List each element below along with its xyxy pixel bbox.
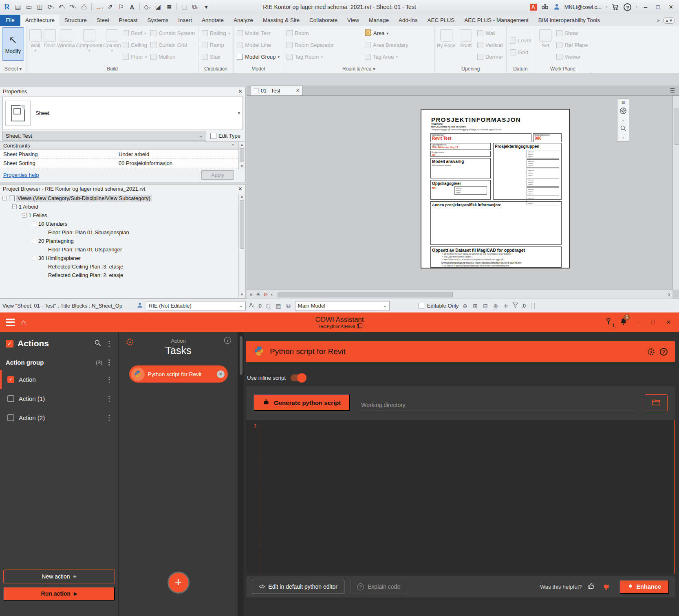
collapse-icon[interactable]: ^ — [232, 143, 234, 148]
aligned-dimension-icon[interactable]: ⇗ — [106, 3, 114, 11]
new-action-button[interactable]: New action+ — [3, 570, 115, 583]
shaft-button[interactable]: Shaft — [456, 27, 475, 49]
kebab-menu-icon[interactable]: ⋮ — [106, 414, 112, 422]
collapse-toggle-icon[interactable]: − — [32, 222, 36, 226]
collapse-toggle-icon[interactable]: − — [2, 196, 7, 200]
design-option-combobox[interactable]: Main Model ⌄ — [295, 301, 390, 310]
tab-annotate[interactable]: Annotate — [197, 15, 229, 26]
tree-node[interactable]: Reflected Ceiling Plan: 2. etasje — [0, 271, 245, 279]
tab-manage[interactable]: Manage — [364, 15, 394, 26]
scroll-left-icon[interactable]: ‹ — [271, 291, 272, 297]
type-selector[interactable]: Sheet ▾ — [2, 97, 243, 130]
editable-only-checkbox[interactable] — [419, 303, 424, 309]
chevron-down-icon[interactable]: ▾ — [635, 5, 637, 9]
tree-label[interactable]: Floor Plan: Plan 01 Utsparinger — [48, 246, 122, 253]
vertical-opening-button[interactable]: Vertical — [476, 39, 504, 51]
dormer-button[interactable]: Dormer — [476, 51, 504, 63]
connection-signal-icon[interactable]: 1 — [604, 317, 613, 327]
tree-label[interactable]: Floor Plan: Plan 01 Situasjonsplan — [48, 229, 129, 235]
tag-room-button[interactable]: Tag Room▾ — [285, 51, 363, 63]
type-combobox[interactable]: Sheet: Test ⌄ — [2, 131, 206, 141]
visual-style-icon[interactable]: ◐ — [250, 291, 253, 297]
kebab-menu-icon[interactable]: ⋮ — [106, 375, 112, 384]
close-button[interactable]: ✕ — [664, 319, 673, 326]
tree-node[interactable]: − 1 Arbeid — [0, 202, 245, 211]
customize-qat-icon[interactable]: ▾ — [203, 3, 210, 11]
view-tab-01-test[interactable]: 01 - Test ✕ — [251, 86, 303, 95]
run-action-button[interactable]: Run action▶ — [3, 587, 115, 601]
properties-help-link[interactable]: Properties help — [3, 172, 39, 178]
modify-button[interactable]: ↖ Modify — [2, 27, 24, 61]
model-line-button[interactable]: Model Line — [236, 39, 281, 51]
tag-area-button[interactable]: Tag Area▾ — [364, 51, 410, 63]
sidebar-item-action-2[interactable]: Action (2) ⋮ — [0, 408, 118, 427]
sun-settings-icon[interactable]: ☀ — [256, 291, 261, 297]
edit-type-button[interactable]: Edit Type — [208, 131, 243, 141]
horizontal-scroll-thumb[interactable] — [278, 292, 453, 297]
panel-label-select[interactable]: Select ▾ — [2, 66, 24, 73]
default-3d-view-icon[interactable]: ◇▾ — [143, 3, 151, 11]
area-boundary-button[interactable]: Area Boundary — [364, 39, 410, 51]
info-icon[interactable]: i — [224, 337, 231, 344]
tree-label[interactable]: Views (View Category/Sub-Discipline/View… — [16, 195, 152, 202]
section-icon[interactable]: ◪ — [154, 3, 162, 11]
tree-label[interactable]: 30 Himlingsplaner — [38, 255, 81, 261]
component-button[interactable]: Component▾ — [76, 27, 103, 53]
tab-bim-interoperability[interactable]: BIM Interoperability Tools — [534, 15, 605, 26]
tab-file[interactable]: File — [0, 15, 20, 26]
generate-script-button[interactable]: Generate python script — [254, 394, 350, 411]
restore-button[interactable]: □ — [649, 319, 657, 326]
explain-code-button[interactable]: ? Explain code — [350, 580, 407, 594]
notifications-bell-icon[interactable]: 6 — [619, 317, 628, 328]
window-button[interactable]: Window — [57, 27, 75, 49]
panel-scrollbar[interactable] — [238, 332, 244, 616]
maximize-button[interactable]: □ — [654, 4, 662, 10]
drag-elements-icon[interactable]: ✛ — [502, 303, 509, 309]
floor-button[interactable]: Floor▾ — [121, 51, 148, 63]
tab-aec-plus-management[interactable]: AEC PLUS - Management — [459, 15, 534, 26]
remove-task-icon[interactable]: ✕ — [217, 370, 225, 378]
code-area[interactable] — [260, 420, 674, 574]
tree-node[interactable]: − 20 Plantegning — [0, 237, 245, 245]
more-tabs-icon[interactable]: » — [657, 18, 660, 23]
save-icon[interactable]: ◫ — [36, 3, 44, 11]
select-by-face-icon[interactable]: ⊗ — [492, 303, 499, 309]
minimize-button[interactable]: – — [634, 319, 642, 326]
tab-view[interactable]: View — [342, 15, 364, 26]
vertical-scrollbar[interactable] — [672, 96, 679, 290]
tree-label[interactable]: 1 Felles — [29, 212, 47, 218]
roof-button[interactable]: Roof▾ — [121, 27, 148, 39]
tab-systems[interactable]: Systems — [142, 15, 173, 26]
filter-icon[interactable] — [512, 302, 518, 309]
add-task-button[interactable]: + — [169, 573, 188, 592]
code-editor[interactable]: 1 — [246, 420, 675, 574]
tab-precast[interactable]: Precast — [114, 15, 143, 26]
mullion-button[interactable]: Mullion — [149, 51, 196, 63]
room-button[interactable]: Room — [285, 27, 363, 39]
help-icon[interactable]: ? — [660, 348, 668, 356]
browse-folder-button[interactable] — [645, 394, 668, 411]
viewer-button[interactable]: Viewer — [555, 51, 589, 63]
panel-label-room-area[interactable]: Room & Area ▾ — [285, 66, 432, 73]
measure-icon[interactable]: ↔▾ — [95, 4, 103, 11]
property-value[interactable]: 00 Prosjektinformasjon — [115, 159, 238, 168]
view-list-icon[interactable]: ☰ — [666, 87, 679, 95]
item-checkbox[interactable]: ✓ — [7, 376, 14, 383]
edit-in-editor-button[interactable]: </> Edit in default python editor — [252, 580, 344, 594]
tree-label[interactable]: 20 Plantegning — [38, 238, 74, 244]
set-button[interactable]: Set — [536, 27, 554, 49]
collapse-toggle-icon[interactable]: − — [22, 213, 26, 218]
door-button[interactable]: Door — [43, 27, 56, 49]
chevron-down-icon[interactable]: ▾ — [622, 136, 624, 140]
collapse-toggle-icon[interactable]: − — [32, 239, 36, 243]
tab-collaborate[interactable]: Collaborate — [304, 15, 342, 26]
kebab-menu-icon[interactable]: ⋮ — [106, 394, 112, 403]
tree-node[interactable]: − 30 Himlingsplaner — [0, 254, 245, 262]
scroll-down-icon[interactable]: ▼ — [239, 163, 245, 169]
level-button[interactable]: Level — [509, 35, 532, 46]
curtain-system-button[interactable]: Curtain System — [149, 27, 196, 39]
room-separator-button[interactable]: Room Separator — [285, 39, 363, 51]
reveal-hidden-icon[interactable]: ⊘ — [264, 291, 268, 297]
tab-aec-plus[interactable]: AEC PLUS — [422, 15, 459, 26]
close-icon[interactable]: ✕ — [238, 88, 242, 95]
